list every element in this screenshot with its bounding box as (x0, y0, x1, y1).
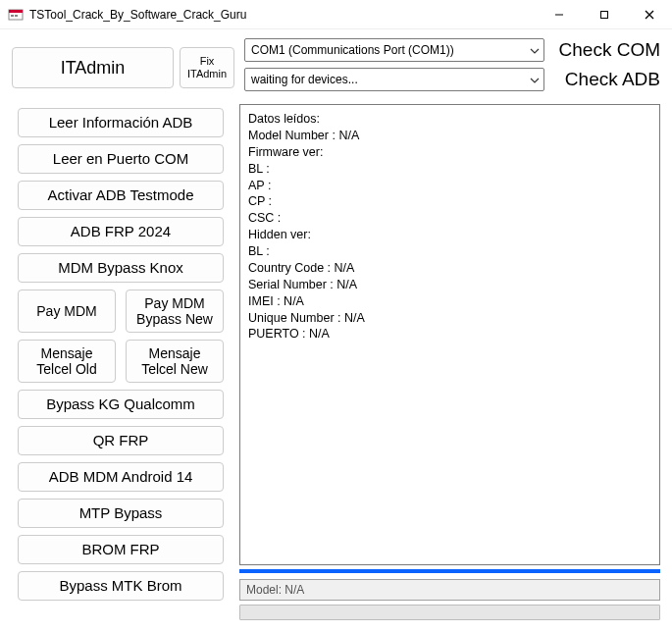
log-output[interactable]: Datos leídos: Model Number : N/A Firmwar… (239, 104, 660, 565)
app-icon (8, 7, 24, 23)
right-pane: Datos leídos: Model Number : N/A Firmwar… (239, 104, 660, 620)
model-status-bar: Model: N/A (239, 579, 660, 601)
brom-frp-button[interactable]: BROM FRP (18, 535, 224, 564)
activar-adb-testmode-button[interactable]: Activar ADB Testmode (18, 181, 224, 210)
mtp-bypass-button[interactable]: MTP Bypass (18, 499, 224, 528)
progress-underline (239, 569, 660, 573)
adb-device-value: waiting for devices... (251, 73, 358, 86)
adb-row: waiting for devices... Check ADB (244, 67, 660, 92)
top-right-combos: COM1 (Communications Port (COM1)) Check … (244, 37, 660, 98)
svg-rect-3 (15, 15, 18, 17)
adb-frp-2024-button[interactable]: ADB FRP 2024 (18, 217, 224, 246)
svg-rect-1 (9, 10, 23, 13)
itadmin-button[interactable]: ITAdmin (12, 47, 174, 88)
pair-row-2: Mensaje Telcel Old Mensaje Telcel New (18, 340, 224, 383)
pay-mdm-bypass-new-button[interactable]: Pay MDM Bypass New (126, 290, 224, 333)
leer-puerto-com-button[interactable]: Leer en Puerto COM (18, 144, 224, 174)
minimize-button[interactable] (537, 0, 582, 29)
chevron-down-icon (530, 43, 540, 57)
pair-row-1: Pay MDM Pay MDM Bypass New (18, 290, 224, 333)
window-title: TSTool_Crack_By_Software_Crack_Guru (29, 8, 537, 22)
leer-info-adb-button[interactable]: Leer Información ADB (18, 108, 224, 137)
qr-frp-button[interactable]: QR FRP (18, 426, 224, 455)
adb-mdm-android14-button[interactable]: ADB MDM Android 14 (18, 462, 224, 492)
com-port-value: COM1 (Communications Port (COM1)) (251, 43, 454, 57)
mensaje-telcel-old-button[interactable]: Mensaje Telcel Old (18, 340, 116, 383)
window-controls (537, 0, 672, 29)
progress-bar (239, 605, 660, 620)
pay-mdm-button[interactable]: Pay MDM (18, 290, 116, 333)
main-row: Leer Información ADB Leer en Puerto COM … (12, 104, 660, 620)
fix-itadmin-button[interactable]: Fix ITAdmin (180, 47, 234, 88)
top-row: ITAdmin Fix ITAdmin COM1 (Communications… (12, 37, 660, 98)
mdm-bypass-knox-button[interactable]: MDM Bypass Knox (18, 253, 224, 283)
model-label: Model: N/A (246, 583, 304, 597)
bypass-mtk-brom-button[interactable]: Bypass MTK Brom (18, 571, 224, 601)
svg-rect-2 (11, 15, 14, 17)
sidebar: Leer Información ADB Leer en Puerto COM … (12, 104, 230, 620)
client-area: ITAdmin Fix ITAdmin COM1 (Communications… (0, 29, 672, 632)
svg-rect-5 (601, 11, 608, 18)
chevron-down-icon (530, 73, 540, 86)
titlebar: TSTool_Crack_By_Software_Crack_Guru (0, 0, 672, 29)
check-com-label[interactable]: Check COM (552, 39, 660, 61)
com-row: COM1 (Communications Port (COM1)) Check … (244, 37, 660, 63)
bypass-kg-qualcomm-button[interactable]: Bypass KG Qualcomm (18, 390, 224, 419)
com-port-select[interactable]: COM1 (Communications Port (COM1)) (244, 38, 544, 62)
close-button[interactable] (627, 0, 672, 29)
adb-device-select[interactable]: waiting for devices... (244, 68, 544, 91)
maximize-button[interactable] (582, 0, 627, 29)
mensaje-telcel-new-button[interactable]: Mensaje Telcel New (126, 340, 224, 383)
check-adb-label[interactable]: Check ADB (552, 69, 660, 90)
